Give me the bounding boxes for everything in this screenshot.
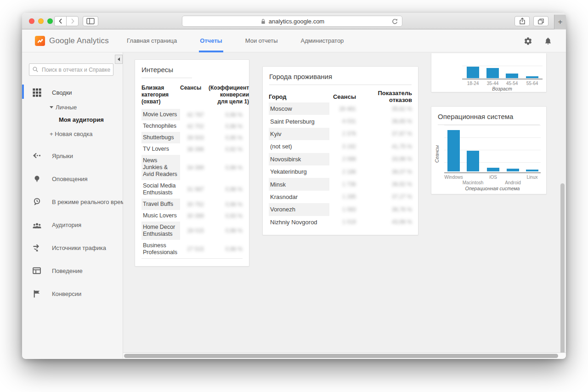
title-divider	[141, 78, 192, 78]
cities-table: Город Сеансы Показатель отказов Moscow28…	[269, 91, 412, 228]
sessions-value-blurred: 2 088	[329, 156, 356, 162]
bar-ios	[487, 168, 499, 171]
share-button[interactable]	[514, 16, 530, 26]
header-tab-отчеты[interactable]: Отчеты	[200, 29, 222, 52]
bar-45-54	[506, 74, 518, 78]
bounce-value-blurred: 41,75 %	[356, 143, 412, 150]
tabs-overview-icon	[537, 18, 544, 25]
forward-button[interactable]	[66, 16, 79, 26]
table-row: Movie Lovers42 7870,98 %	[141, 109, 243, 120]
category-cell: Movie Lovers	[141, 109, 180, 120]
close-window-icon[interactable]	[29, 18, 34, 24]
reload-button[interactable]	[391, 17, 399, 25]
os-chart-widget: Операционная система Сеансы WindowsMacin…	[431, 106, 547, 194]
sessions-value-blurred: 31 987	[180, 186, 209, 193]
sidebar-item-label: Конверсии	[52, 290, 81, 297]
sidebar-item-label: Ярлыки	[52, 153, 73, 159]
conversion-value-blurred: 0,95 %	[209, 135, 243, 141]
sessions-value-blurred: 30 752	[180, 201, 209, 208]
search-input[interactable]	[29, 63, 113, 76]
vertical-scrollbar-thumb[interactable]	[560, 183, 565, 354]
sidebar-item-label: Источники трафика	[52, 244, 106, 251]
category-cell: Travel Buffs	[141, 199, 180, 210]
category-cell: Business Professionals	[141, 240, 180, 258]
sidebar-item-конверсии[interactable]: Конверсии	[22, 288, 123, 300]
alerts-icon	[32, 175, 42, 183]
header-tab-главная-страница[interactable]: Главная страница	[127, 29, 177, 52]
table-row: Technophiles42 7020,98 %	[141, 120, 243, 132]
sessions-value-blurred: 34 399	[180, 165, 209, 171]
table-body: Movie Lovers42 7870,98 %Technophiles42 7…	[141, 109, 243, 259]
title-divider	[269, 85, 412, 85]
plus-icon: +	[558, 17, 563, 27]
conversion-value-blurred: 0,98 %	[209, 186, 243, 193]
sidebar-item-источники-трафика[interactable]: Источники трафика	[22, 242, 123, 254]
ga-logo[interactable]: Google Analytics	[35, 29, 109, 52]
horizontal-scrollbar	[123, 352, 566, 358]
summaries-group-personal[interactable]: Личные	[50, 104, 77, 111]
header-tab-мои-отчеты[interactable]: Мои отчеты	[245, 29, 278, 52]
bar-android	[507, 169, 519, 171]
new-tab-button[interactable]: +	[554, 15, 566, 29]
sidebar-collapse-button[interactable]	[115, 55, 123, 64]
horizontal-scrollbar-thumb[interactable]	[124, 354, 558, 358]
x-tick-label: iOS	[479, 175, 508, 180]
city-cell: Yekaterinburg	[269, 165, 329, 178]
column-header: Сеансы	[180, 85, 209, 105]
sidebar-toggle-button[interactable]	[83, 16, 98, 26]
sessions-value-blurred: 28 481	[329, 106, 356, 112]
summary-my-audience[interactable]: Моя аудитория	[59, 116, 104, 123]
sidebar-item-ярлыки[interactable]: Ярлыки	[22, 150, 123, 162]
sidebar-item-в-режиме-реального-времени[interactable]: В режиме реального времени	[22, 196, 123, 208]
conversion-value-blurred: 0,92 %	[209, 146, 243, 153]
x-tick-label: 55-64	[518, 81, 547, 86]
bell-icon[interactable]	[544, 36, 552, 45]
interests-widget: Интересы Близкая категория (охват) Сеанс…	[135, 59, 249, 267]
city-cell: Nizhniy Novgorod	[269, 216, 329, 228]
ga-nav-tabs: Главная страницаОтчетыМои отчетыАдминист…	[127, 29, 344, 52]
sidebar-item-оповещения[interactable]: Оповещения	[22, 173, 123, 185]
back-button[interactable]	[54, 16, 67, 26]
sidebar-item-label: Поведение	[52, 267, 83, 274]
dashboard-content: Интересы Близкая категория (охват) Сеанс…	[123, 52, 566, 358]
bar-55-64	[526, 76, 538, 78]
gear-icon[interactable]	[524, 37, 532, 45]
city-cell: Kyiv	[269, 128, 329, 140]
sessions-value-blurred: 1 736	[329, 181, 356, 187]
sessions-value-blurred: 42 702	[180, 123, 209, 130]
desktop-background: analytics.google.com + Goo	[0, 0, 588, 392]
sidebar-item-label: Аудитория	[52, 222, 81, 228]
column-header: Показатель отказов	[356, 90, 412, 103]
new-summary-button[interactable]: + Новая сводка	[50, 131, 92, 137]
sidebar-item-summaries[interactable]: Сводки	[22, 86, 123, 99]
table-row: Voronezh1 08336,76 %	[269, 203, 412, 216]
table-row: Kyiv2 37637,87 %	[269, 128, 412, 140]
city-cell: Minsk	[269, 178, 329, 190]
address-bar[interactable]: analytics.google.com	[182, 16, 402, 27]
table-row: Moscow28 48135,62 %	[269, 102, 412, 115]
sessions-value-blurred: 4 031	[329, 118, 356, 125]
header-tab-администратор[interactable]: Администратор	[301, 29, 344, 52]
zoom-window-icon[interactable]	[47, 18, 53, 24]
tabs-overview-button[interactable]	[533, 16, 548, 26]
minimize-window-icon[interactable]	[38, 18, 44, 24]
table-row: TV Lovers38 3960,92 %	[141, 143, 243, 155]
interests-table: Близкая категория (охват) Сеансы (Коэффи…	[141, 85, 243, 259]
column-header: (Коэффициент конверсии для цели 1)	[209, 85, 249, 105]
city-cell: Saint Petersburg	[269, 115, 329, 127]
sidebar-item-аудитория[interactable]: Аудитория	[22, 219, 123, 231]
back-icon	[57, 18, 64, 24]
table-header: Город Сеансы Показатель отказов	[269, 91, 412, 102]
table-row: Minsk1 73636,92 %	[269, 178, 412, 190]
sidebar-item-поведение[interactable]: Поведение	[22, 265, 123, 277]
table-row: Music Lovers30 3990,93 %	[141, 210, 243, 222]
sessions-value-blurred: 42 787	[180, 112, 209, 118]
table-header: Близкая категория (охват) Сеансы (Коэффи…	[141, 85, 243, 105]
ga-logo-icon	[35, 36, 45, 46]
bar-macintosh	[467, 151, 479, 171]
table-row: Saint Petersburg4 03136,65 %	[269, 115, 412, 127]
chart-gridline	[444, 125, 541, 125]
x-tick-label: Windows	[439, 175, 469, 180]
table-row: Krasnodar1 28537,27 %	[269, 191, 412, 203]
forward-icon	[69, 18, 76, 24]
